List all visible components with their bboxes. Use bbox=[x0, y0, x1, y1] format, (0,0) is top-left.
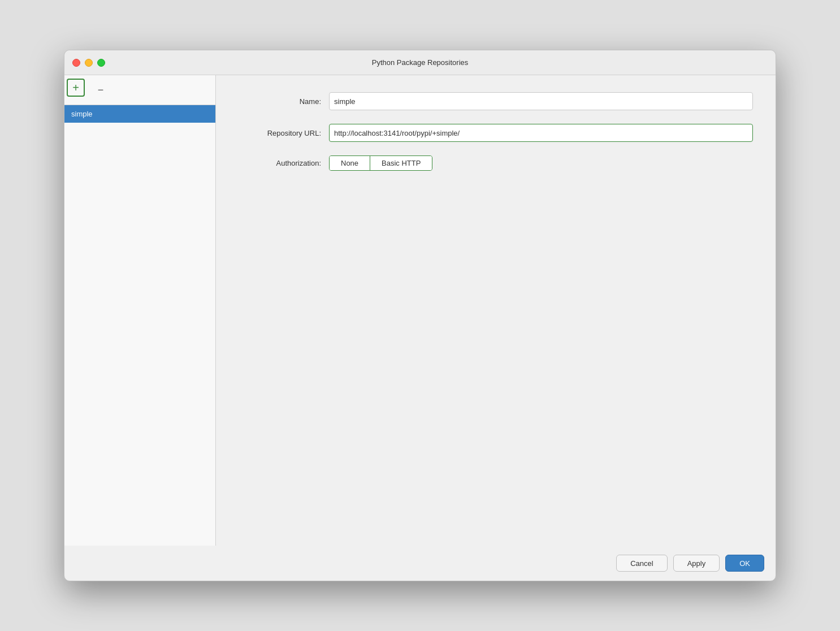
repository-url-input[interactable] bbox=[329, 124, 753, 142]
auth-none-button[interactable]: None bbox=[330, 156, 370, 170]
footer: Cancel Apply OK bbox=[64, 546, 776, 581]
auth-button-group: None Basic HTTP bbox=[329, 155, 432, 171]
list-item[interactable]: simple bbox=[64, 105, 215, 123]
main-window: Python Package Repositories + − simple N… bbox=[64, 50, 776, 581]
window-title: Python Package Repositories bbox=[372, 58, 469, 67]
minimize-button[interactable] bbox=[85, 59, 93, 67]
url-label: Repository URL: bbox=[239, 129, 329, 137]
maximize-button[interactable] bbox=[97, 59, 105, 67]
url-row: Repository URL: bbox=[239, 124, 753, 142]
repository-list: simple bbox=[64, 105, 215, 546]
auth-basic-http-button[interactable]: Basic HTTP bbox=[370, 156, 432, 170]
content-area: + − simple Name: Repository URL: bbox=[64, 75, 776, 546]
name-row: Name: bbox=[239, 92, 753, 110]
main-panel: Name: Repository URL: Authorization: Non… bbox=[216, 75, 776, 546]
titlebar: Python Package Repositories bbox=[64, 50, 776, 75]
close-button[interactable] bbox=[72, 59, 80, 67]
sidebar-toolbar: + − bbox=[64, 75, 215, 105]
name-input[interactable] bbox=[329, 92, 753, 110]
list-item-label: simple bbox=[71, 110, 93, 118]
ok-button[interactable]: OK bbox=[725, 555, 764, 572]
name-label: Name: bbox=[239, 97, 329, 106]
sidebar: + − simple bbox=[64, 75, 216, 546]
auth-label: Authorization: bbox=[239, 159, 329, 167]
cancel-button[interactable]: Cancel bbox=[616, 555, 667, 572]
add-repository-button[interactable]: + bbox=[67, 79, 85, 97]
window-controls bbox=[72, 59, 105, 67]
remove-repository-button[interactable]: − bbox=[89, 79, 112, 101]
form-area: Name: Repository URL: Authorization: Non… bbox=[239, 92, 753, 529]
apply-button[interactable]: Apply bbox=[673, 555, 720, 572]
auth-row: Authorization: None Basic HTTP bbox=[239, 155, 753, 171]
